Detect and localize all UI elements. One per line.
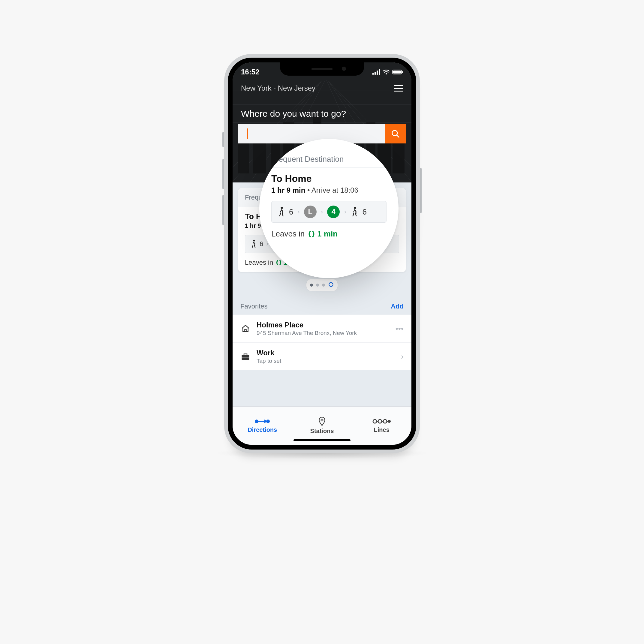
svg-rect-25 [375,72,376,75]
search-icon [391,129,400,138]
svg-point-44 [383,420,387,423]
svg-rect-27 [379,69,380,75]
magnifier-callout: Frequent Destination To Home 1 hr 9 min … [259,139,399,278]
status-time: 16:52 [241,68,259,76]
svg-rect-26 [377,71,378,75]
svg-point-45 [388,420,391,423]
live-icon [308,230,315,238]
line-badge-l: L [304,206,317,218]
add-favorite-button[interactable]: Add [391,302,404,310]
battery-icon [392,69,403,75]
chevron-right-icon: › [297,208,299,216]
line-badge-4: 4 [327,206,340,218]
tab-bar: Directions Stations [233,406,411,445]
page-dot[interactable] [322,284,325,287]
walk-icon [350,206,358,217]
favorite-row-home[interactable]: Holmes Place 945 Sherman Ave The Bronx, … [233,314,411,342]
tab-directions[interactable]: Directions [233,407,292,445]
favorites-label: Favorites [240,302,267,310]
favorites-header: Favorites Add [233,297,411,314]
directions-icon [254,418,270,425]
leaves-label: Leaves in [271,229,305,239]
tab-stations[interactable]: Stations [292,407,352,445]
home-indicator[interactable] [293,439,351,441]
wifi-icon [383,69,390,75]
lines-icon [372,418,391,425]
svg-point-47 [354,207,356,209]
svg-point-46 [281,207,283,209]
chevron-right-icon: › [344,208,346,216]
svg-point-40 [321,419,323,421]
svg-point-39 [266,420,270,423]
favorite-row-work[interactable]: Work Tap to set › [233,342,411,370]
more-button[interactable]: ••• [396,324,404,333]
svg-rect-31 [402,71,403,73]
svg-rect-30 [393,71,401,74]
svg-point-42 [373,420,377,423]
svg-point-38 [255,420,258,423]
cellular-icon [372,69,380,75]
walk-icon [250,239,257,248]
region-label[interactable]: New York - New Jersey [241,84,315,92]
walk-icon [277,206,285,217]
menu-button[interactable] [394,85,403,92]
svg-point-34 [253,240,255,242]
search-input[interactable] [238,124,385,143]
svg-point-28 [386,73,387,74]
favorite-title: Work [257,349,395,357]
chevron-right-icon: › [401,352,404,361]
svg-rect-37 [242,357,249,358]
frequent-section-label: Frequent Destination [271,155,387,168]
favorite-subtitle: Tap to set [257,358,395,364]
favorite-title: Holmes Place [257,321,390,329]
page-dot[interactable] [316,284,319,287]
page-dot[interactable] [310,284,313,287]
chevron-right-icon: › [321,208,323,216]
refresh-button[interactable] [328,281,334,289]
status-bar: 16:52 [233,62,411,76]
destination-subtitle: 1 hr 9 min • Arrive at 18:06 [271,186,387,194]
pin-icon [318,417,326,426]
svg-line-33 [397,135,399,137]
live-icon [276,259,281,266]
search-button[interactable] [385,124,406,143]
route-steps: 6 › L › 4 › 6 [271,201,387,223]
leaves-label: Leaves in [245,259,273,266]
svg-rect-24 [372,73,374,75]
home-icon [240,324,251,333]
svg-point-43 [378,420,382,423]
carousel-pager[interactable] [306,279,338,291]
search-prompt: Where do you want to go? [233,92,411,124]
leaves-value: 1 min [308,229,338,239]
tab-lines[interactable]: Lines [352,407,411,445]
briefcase-icon [240,352,251,361]
favorite-subtitle: 945 Sherman Ave The Bronx, New York [257,330,390,336]
text-cursor [247,128,248,139]
destination-title: To Home [271,173,387,184]
